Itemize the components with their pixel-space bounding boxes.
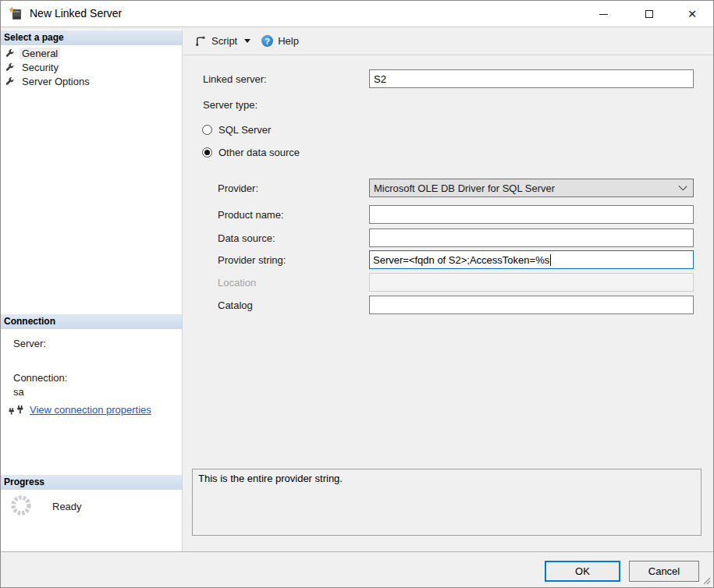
help-button[interactable]: ? Help — [258, 32, 303, 50]
radio-label: Other data source — [218, 147, 300, 158]
main-panel: Script ? Help Linked server: Server type… — [183, 27, 713, 551]
radio-other-data-source[interactable]: Other data source — [202, 147, 300, 158]
radio-icon-checked — [202, 147, 212, 158]
script-button[interactable]: Script — [190, 32, 254, 51]
resize-grip[interactable] — [701, 575, 711, 585]
sidebar-item-server-options[interactable]: Server Options — [5, 75, 92, 88]
select-a-page-header: Select a page — [1, 30, 182, 45]
wrench-icon — [5, 76, 15, 87]
product-name-input[interactable] — [369, 205, 694, 224]
wrench-icon — [5, 62, 15, 73]
server-type-label: Server type: — [203, 99, 258, 111]
ok-button[interactable]: OK — [545, 561, 620, 582]
plug-icon — [9, 405, 24, 416]
close-button[interactable]: × — [674, 1, 710, 27]
spinner-icon — [10, 494, 32, 516]
radio-sql-server[interactable]: SQL Server — [202, 124, 271, 136]
minimize-icon — [599, 14, 608, 15]
new-linked-server-icon — [8, 6, 23, 22]
provider-string-label: Provider string: — [218, 254, 286, 266]
connection-label: Connection: — [13, 372, 67, 384]
sidebar-item-label: General — [20, 48, 60, 59]
radio-label: SQL Server — [218, 124, 271, 136]
view-connection-properties-row: View connection properties — [9, 404, 151, 416]
connection-server-label: Server: — [13, 338, 46, 349]
catalog-input[interactable] — [369, 296, 694, 314]
product-name-label: Product name: — [218, 209, 284, 221]
maximize-icon — [645, 10, 653, 18]
minimize-button[interactable] — [585, 1, 621, 27]
field-description-box: This is the entire provider string. — [192, 469, 702, 536]
provider-label: Provider: — [218, 182, 258, 194]
new-linked-server-dialog: New Linked Server × Select a page Genera… — [0, 0, 714, 588]
wrench-icon — [5, 48, 15, 58]
toolbar: Script ? Help — [183, 27, 713, 55]
sidebar-item-security[interactable]: Security — [5, 61, 61, 74]
script-dropdown-icon — [244, 39, 250, 43]
view-connection-properties-link[interactable]: View connection properties — [30, 404, 151, 416]
sidebar: Select a page General Security Server Op… — [1, 30, 183, 551]
text-caret — [550, 254, 551, 266]
chevron-down-icon — [679, 182, 687, 191]
data-source-label: Data source: — [218, 232, 275, 244]
footer: OK Cancel — [1, 551, 713, 587]
radio-icon — [202, 125, 212, 135]
help-label: Help — [278, 35, 299, 47]
linked-server-input[interactable] — [369, 69, 694, 88]
titlebar: New Linked Server × — [1, 1, 713, 27]
help-icon: ? — [261, 35, 273, 47]
linked-server-label: Linked server: — [203, 73, 267, 85]
window-title: New Linked Server — [30, 7, 122, 19]
provider-selected-value: Microsoft OLE DB Driver for SQL Server — [374, 182, 555, 194]
provider-string-input[interactable]: Server=<fqdn of S2>;AccessToken=%s — [369, 250, 694, 269]
progress-status: Ready — [52, 501, 82, 512]
location-input — [369, 273, 694, 292]
location-label: Location — [218, 277, 256, 289]
catalog-label: Catalog — [218, 299, 253, 311]
script-icon — [194, 35, 207, 48]
progress-header: Progress — [1, 475, 182, 490]
cancel-button[interactable]: Cancel — [629, 561, 699, 582]
maximize-button[interactable] — [631, 1, 667, 27]
sidebar-item-label: Server Options — [20, 76, 92, 87]
provider-string-value: Server=<fqdn of S2>;AccessToken=%s — [373, 254, 549, 266]
script-label: Script — [211, 35, 237, 47]
connection-header: Connection — [1, 314, 182, 329]
sidebar-item-label: Security — [20, 62, 61, 73]
data-source-input[interactable] — [369, 228, 694, 247]
connection-user-value: sa — [13, 386, 24, 398]
provider-dropdown[interactable]: Microsoft OLE DB Driver for SQL Server — [369, 179, 694, 197]
sidebar-item-general[interactable]: General — [5, 47, 60, 60]
